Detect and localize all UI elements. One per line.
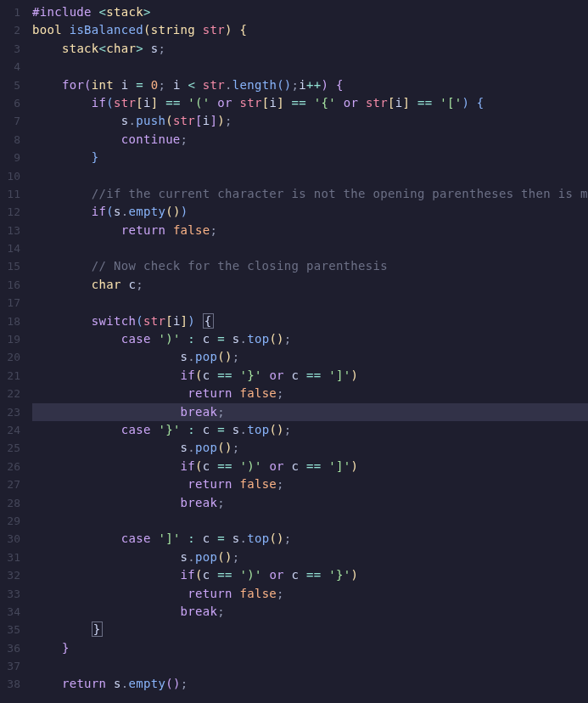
line-number: 32 bbox=[3, 566, 20, 584]
token-br1: ) bbox=[350, 368, 358, 382]
token-ig bbox=[121, 350, 151, 363]
code-line[interactable]: } bbox=[32, 621, 588, 638]
token-fn: pop bbox=[195, 441, 217, 454]
token-br1: () bbox=[269, 531, 283, 545]
token-ig bbox=[151, 496, 181, 509]
code-line[interactable]: } bbox=[32, 149, 588, 166]
token-br3: { bbox=[477, 96, 484, 110]
code-line[interactable]: break; bbox=[32, 403, 588, 421]
token-br3: ) bbox=[462, 96, 476, 110]
code-line[interactable] bbox=[32, 58, 588, 76]
code-line[interactable]: s.pop(); bbox=[32, 439, 588, 457]
token-ig bbox=[121, 405, 151, 419]
code-line[interactable]: return false; bbox=[32, 475, 588, 493]
token-ig bbox=[32, 496, 62, 509]
token-ig bbox=[121, 587, 151, 600]
token-op: < bbox=[188, 78, 202, 92]
token-br1: [ bbox=[388, 96, 395, 110]
token-pu: ; bbox=[277, 477, 284, 491]
token-kw: if bbox=[181, 459, 195, 473]
line-number: 37 bbox=[3, 657, 20, 675]
code-area[interactable]: #include <stack>bool isBalanced(string s… bbox=[27, 0, 588, 703]
token-ig bbox=[151, 350, 181, 363]
token-pu: ; bbox=[210, 223, 218, 237]
code-line[interactable]: return false; bbox=[32, 222, 588, 239]
code-line[interactable]: //if the current character is not the op… bbox=[32, 185, 588, 203]
token-fn: top bbox=[247, 332, 269, 346]
token-pu: ; bbox=[232, 550, 240, 564]
code-line[interactable]: case ')' : c = s.top(); bbox=[32, 330, 588, 348]
token-ig bbox=[92, 605, 121, 618]
code-line[interactable]: return false; bbox=[32, 385, 588, 402]
token-br1: ) bbox=[225, 23, 239, 37]
token-ty: char bbox=[106, 42, 136, 55]
token-pa: str bbox=[203, 78, 225, 92]
code-line[interactable]: return s.empty(); bbox=[32, 675, 588, 693]
code-editor: 1234567891011121314151617181920212223242… bbox=[0, 0, 588, 703]
token-pu: ; bbox=[217, 496, 225, 509]
line-number: 34 bbox=[3, 603, 20, 621]
token-br1: () bbox=[269, 332, 283, 346]
line-number: 10 bbox=[3, 167, 20, 185]
code-line[interactable]: #include <stack> bbox=[32, 3, 588, 21]
token-op: = bbox=[217, 423, 232, 436]
code-line[interactable]: for(int i = 0; i < str.length();i++) { bbox=[32, 76, 588, 94]
code-line[interactable]: s.push(str[i]); bbox=[32, 112, 588, 130]
token-cm: // Now check for the closing parenthesis bbox=[92, 259, 388, 273]
code-line[interactable]: continue; bbox=[32, 131, 588, 149]
code-line[interactable]: stack<char> s; bbox=[32, 40, 588, 58]
token-pu: ; bbox=[277, 386, 284, 400]
token-ig bbox=[32, 259, 62, 273]
token-pu: . bbox=[188, 550, 195, 564]
token-ig bbox=[32, 114, 62, 127]
token-ty: char bbox=[92, 278, 129, 291]
code-line[interactable]: s.pop(); bbox=[32, 548, 588, 566]
token-ig bbox=[62, 278, 92, 291]
code-line[interactable]: switch(str[i]) { bbox=[32, 312, 588, 330]
token-id: s bbox=[114, 677, 121, 690]
token-st: ')' bbox=[239, 568, 261, 582]
code-line[interactable] bbox=[32, 239, 588, 257]
token-ig bbox=[151, 477, 181, 491]
code-line[interactable]: case '}' : c = s.top(); bbox=[32, 421, 588, 439]
token-ig bbox=[121, 550, 151, 564]
token-id: i bbox=[299, 78, 306, 92]
code-line[interactable]: char c; bbox=[32, 276, 588, 294]
line-number: 31 bbox=[3, 548, 20, 566]
code-line[interactable]: if(s.empty()) bbox=[32, 203, 588, 221]
code-line[interactable]: } bbox=[32, 639, 588, 657]
code-line[interactable]: s.pop(); bbox=[32, 348, 588, 366]
code-line[interactable]: if(c == '}' or c == ']') bbox=[32, 367, 588, 385]
token-op: == bbox=[306, 368, 328, 382]
token-id: c bbox=[129, 278, 137, 291]
token-ig bbox=[121, 605, 151, 618]
token-ig bbox=[121, 477, 151, 491]
code-line[interactable]: case ']' : c = s.top(); bbox=[32, 530, 588, 548]
code-line[interactable] bbox=[32, 294, 588, 312]
code-line[interactable]: break; bbox=[32, 603, 588, 621]
token-pa: str bbox=[203, 23, 225, 37]
token-op: == bbox=[217, 368, 239, 382]
token-pa: str bbox=[173, 114, 195, 127]
token-pu: ; bbox=[158, 42, 165, 55]
code-line[interactable]: if(c == ')' or c == ']') bbox=[32, 458, 588, 475]
token-ig bbox=[151, 568, 181, 582]
code-line[interactable] bbox=[32, 512, 588, 530]
token-kw: if bbox=[92, 96, 106, 110]
code-line[interactable]: if(str[i] == '(' or str[i] == '{' or str… bbox=[32, 94, 588, 112]
token-op: > bbox=[136, 42, 143, 55]
token-br2: ) bbox=[322, 78, 336, 92]
token-ig bbox=[32, 587, 62, 600]
token-pa: str bbox=[114, 96, 136, 110]
code-line[interactable] bbox=[32, 167, 588, 185]
code-line[interactable] bbox=[32, 657, 588, 675]
code-line[interactable]: // Now check for the closing parenthesis bbox=[32, 257, 588, 275]
code-line[interactable]: if(c == ')' or c == '}') bbox=[32, 566, 588, 584]
code-line[interactable]: return false; bbox=[32, 585, 588, 603]
token-br1: { bbox=[239, 23, 247, 37]
code-line[interactable]: break; bbox=[32, 494, 588, 512]
token-br1: ( bbox=[143, 23, 151, 37]
token-ig bbox=[62, 423, 92, 436]
token-ig bbox=[62, 314, 92, 328]
code-line[interactable]: bool isBalanced(string str) { bbox=[32, 21, 588, 39]
